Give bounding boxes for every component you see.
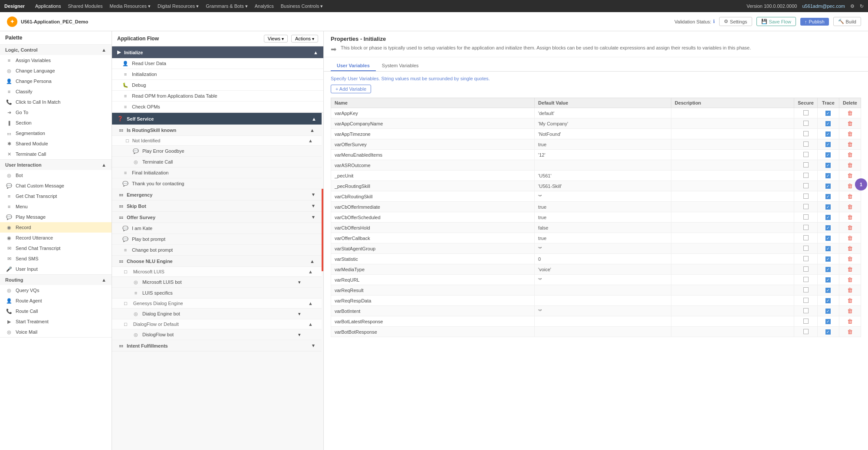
secure-checkbox[interactable] (803, 204, 809, 209)
choose-nlu-group[interactable]: ⚏ Choose NLU Engine ▲ (112, 256, 322, 267)
delete-icon[interactable]: 🗑 (847, 131, 853, 137)
delete-icon[interactable]: 🗑 (847, 183, 853, 189)
var-delete[interactable]: 🗑 (839, 306, 861, 316)
var-description[interactable] (671, 150, 794, 160)
trace-checkbox[interactable]: ✓ (825, 204, 831, 210)
trace-checkbox[interactable]: ✓ (825, 163, 831, 168)
var-secure[interactable] (794, 191, 818, 202)
trace-checkbox[interactable]: ✓ (825, 142, 831, 147)
var-delete[interactable]: 🗑 (839, 150, 861, 160)
secure-checkbox[interactable] (803, 214, 809, 220)
nav-analytics[interactable]: Analytics (255, 3, 274, 9)
var-trace[interactable]: ✓ (817, 139, 839, 150)
var-default[interactable]: '*' (535, 243, 671, 254)
palette-item-section[interactable]: ❚ Section (0, 118, 112, 128)
var-description[interactable] (671, 171, 794, 181)
flow-item-terminate-call[interactable]: ◎ Terminate Call (112, 157, 322, 168)
palette-item-menu[interactable]: ≡ Menu (0, 201, 112, 212)
routing-skill-group[interactable]: ⚏ Is RoutingSkill known ▲ (112, 125, 322, 136)
var-delete[interactable]: 🗑 (839, 202, 861, 212)
delete-icon[interactable]: 🗑 (847, 276, 853, 283)
var-default[interactable] (535, 296, 671, 306)
var-description[interactable] (671, 191, 794, 202)
secure-checkbox[interactable] (803, 308, 809, 313)
var-secure[interactable] (794, 285, 818, 296)
delete-icon[interactable]: 🗑 (847, 224, 853, 231)
var-description[interactable] (671, 285, 794, 296)
nav-applications[interactable]: Applications (35, 3, 61, 9)
var-trace[interactable]: ✓ (817, 160, 839, 171)
palette-item-record-utterance[interactable]: ◉ Record Utterance (0, 233, 112, 243)
var-delete[interactable]: 🗑 (839, 264, 861, 275)
delete-icon[interactable]: 🗑 (847, 287, 853, 293)
add-variable-button[interactable]: + Add Variable (331, 85, 371, 93)
delete-icon[interactable]: 🗑 (847, 162, 853, 168)
var-secure[interactable] (794, 275, 818, 285)
var-trace[interactable]: ✓ (817, 243, 839, 254)
var-description[interactable] (671, 108, 794, 118)
var-default[interactable]: '12' (535, 150, 671, 160)
var-description[interactable] (671, 118, 794, 129)
palette-item-start-treatment[interactable]: ▶ Start Treatment (0, 316, 112, 327)
flow-item-ms-luis-bot[interactable]: ◎ Microsoft LUIS bot ▾ (112, 277, 322, 288)
trace-checkbox[interactable]: ✓ (825, 152, 831, 158)
var-secure[interactable] (794, 254, 818, 264)
trace-checkbox[interactable]: ✓ (825, 131, 831, 137)
delete-icon[interactable]: 🗑 (847, 235, 853, 241)
secure-checkbox[interactable] (803, 131, 809, 136)
delete-icon[interactable]: 🗑 (847, 110, 853, 116)
trace-checkbox[interactable]: ✓ (825, 111, 831, 116)
delete-icon[interactable]: 🗑 (847, 214, 853, 220)
var-delete[interactable]: 🗑 (839, 327, 861, 337)
var-default[interactable]: true (535, 233, 671, 243)
flow-item-dialog-engine-bot[interactable]: ◎ Dialog Engine bot ▾ (112, 309, 322, 319)
flow-item-play-bot-prompt[interactable]: 💬 Play bot prompt (112, 234, 322, 245)
secure-checkbox[interactable] (803, 173, 809, 178)
palette-item-change-language[interactable]: ◎ Change Language (0, 66, 112, 76)
tab-system-variables[interactable]: System Variables (376, 61, 425, 71)
var-secure[interactable] (794, 202, 818, 212)
var-delete[interactable]: 🗑 (839, 243, 861, 254)
trace-checkbox[interactable]: ✓ (825, 225, 831, 230)
var-trace[interactable]: ✓ (817, 202, 839, 212)
flow-item-initialization[interactable]: ≡ Initialization (112, 69, 323, 80)
var-description[interactable] (671, 223, 794, 233)
var-delete[interactable]: 🗑 (839, 254, 861, 264)
flow-item-read-user-data[interactable]: 👤 Read User Data (112, 58, 323, 69)
nav-shared-modules[interactable]: Shared Modules (68, 3, 102, 9)
palette-item-bot[interactable]: ◎ Bot (0, 170, 112, 181)
var-description[interactable] (671, 202, 794, 212)
save-flow-button[interactable]: 💾 Save Flow (756, 17, 796, 26)
delete-icon[interactable]: 🗑 (847, 120, 853, 127)
var-delete[interactable]: 🗑 (839, 108, 861, 118)
views-button[interactable]: Views ▾ (264, 35, 288, 43)
trace-checkbox[interactable]: ✓ (825, 298, 831, 303)
trace-checkbox[interactable]: ✓ (825, 215, 831, 220)
var-description[interactable] (671, 306, 794, 316)
palette-item-voice-mail[interactable]: ◎ Voice Mail (0, 327, 112, 337)
var-secure[interactable] (794, 171, 818, 181)
secure-checkbox[interactable] (803, 298, 809, 303)
delete-icon[interactable]: 🗑 (847, 308, 853, 314)
var-delete[interactable]: 🗑 (839, 129, 861, 139)
var-secure[interactable] (794, 233, 818, 243)
var-secure[interactable] (794, 160, 818, 171)
settings-icon[interactable]: ⚙ (850, 3, 855, 9)
var-description[interactable] (671, 243, 794, 254)
var-trace[interactable]: ✓ (817, 223, 839, 233)
var-secure[interactable] (794, 118, 818, 129)
trace-checkbox[interactable]: ✓ (825, 277, 831, 282)
var-delete[interactable]: 🗑 (839, 275, 861, 285)
trace-checkbox[interactable]: ✓ (825, 267, 831, 272)
var-description[interactable] (671, 139, 794, 150)
palette-item-shared-module[interactable]: ✱ Shared Module (0, 138, 112, 149)
var-delete[interactable]: 🗑 (839, 191, 861, 202)
delete-icon[interactable]: 🗑 (847, 204, 853, 210)
dialogflow-group[interactable]: □ DialogFlow or Default ▲ (112, 319, 322, 329)
flow-item-read-opm[interactable]: ≡ Read OPM from Applications Data Table (112, 91, 323, 102)
flow-item-check-opms[interactable]: ≡ Check OPMs (112, 102, 323, 112)
var-default[interactable]: 'NotFound' (535, 129, 671, 139)
secure-checkbox[interactable] (803, 121, 809, 126)
var-description[interactable] (671, 160, 794, 171)
var-default[interactable]: true (535, 212, 671, 223)
